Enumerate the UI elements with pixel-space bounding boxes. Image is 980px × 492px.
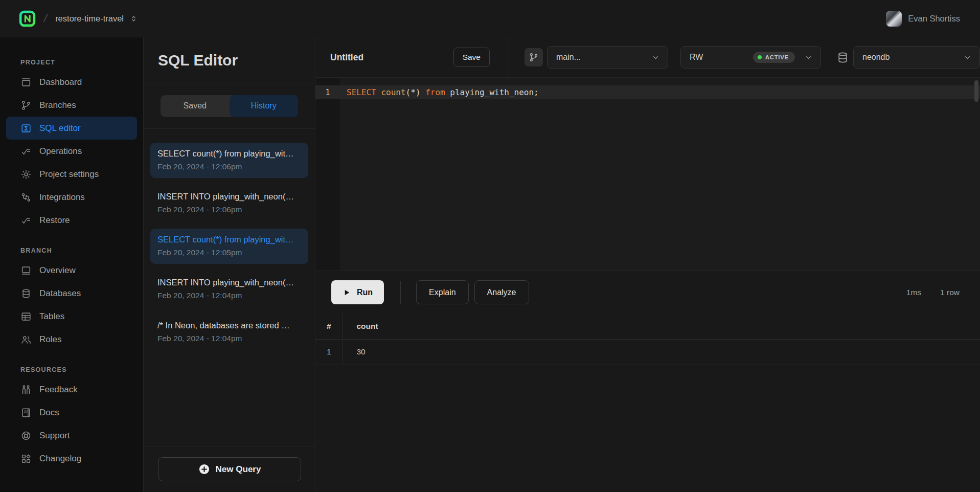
query-stats: 1ms 1 row (906, 288, 960, 297)
database-select-value: neondb (862, 53, 890, 62)
analyze-button[interactable]: Analyze (474, 280, 529, 304)
history-query-text: /* In Neon, databases are stored … (157, 321, 301, 330)
history-item[interactable]: SELECT count(*) from playing_wit…Feb 20,… (150, 143, 308, 178)
line-number-gutter (315, 78, 340, 271)
saved-history-segmented-control: Saved History (161, 95, 298, 117)
sidebar-section-label: RESOURCES (20, 366, 143, 373)
explain-button[interactable]: Explain (416, 280, 468, 304)
sidebar-item-docs[interactable]: Docs (6, 401, 137, 424)
chevron-down-icon (963, 53, 972, 62)
sidebar-item-label: Dashboard (39, 77, 82, 87)
restore-icon (20, 215, 32, 226)
sidebar-item-dashboard[interactable]: Dashboard (6, 71, 137, 94)
sidebar-item-databases[interactable]: Databases (6, 282, 137, 305)
branch-icon-button[interactable] (525, 48, 543, 66)
neon-logo-icon[interactable] (19, 10, 36, 27)
sidebar-item-integrations[interactable]: Integrations (6, 186, 137, 209)
operations-icon (20, 146, 32, 157)
query-row-count: 1 row (940, 288, 960, 297)
sidebar: PROJECTDashboardBranchesSQL editorOperat… (0, 37, 143, 492)
sidebar-item-project-settings[interactable]: Project settings (6, 163, 137, 186)
sidebar-item-roles[interactable]: Roles (6, 328, 137, 351)
sql-code-editor[interactable]: 1 SELECT count(*) from playing_with_neon… (315, 78, 980, 271)
sidebar-item-label: Project settings (39, 169, 99, 180)
sidebar-item-label: Feedback (39, 385, 78, 395)
play-icon (343, 288, 351, 297)
databases-icon (20, 288, 32, 299)
code-token: count (381, 87, 405, 97)
breadcrumb-separator: / (42, 12, 49, 25)
history-query-text: INSERT INTO playing_with_neon(… (157, 278, 301, 287)
sidebar-item-restore[interactable]: Restore (6, 209, 137, 232)
branches-icon (20, 100, 32, 111)
query-tab-section: Untitled Save (315, 37, 508, 77)
query-duration: 1ms (906, 288, 921, 297)
history-timestamp: Feb 20, 2024 - 12:05pm (157, 248, 301, 257)
status-badge: ACTIVE (753, 52, 795, 63)
history-timestamp: Feb 20, 2024 - 12:04pm (157, 334, 301, 343)
history-timestamp: Feb 20, 2024 - 12:06pm (157, 205, 301, 214)
tab-saved[interactable]: Saved (161, 95, 230, 117)
sidebar-item-label: Roles (39, 334, 61, 345)
sidebar-item-sql-editor[interactable]: SQL editor (6, 117, 137, 140)
editor-scrollbar[interactable] (974, 80, 978, 102)
branch-select[interactable]: main... (547, 46, 668, 69)
sidebar-item-branches[interactable]: Branches (6, 94, 137, 117)
history-item[interactable]: INSERT INTO playing_with_neon(…Feb 20, 2… (150, 186, 308, 221)
history-item[interactable]: /* In Neon, databases are stored …Feb 20… (150, 315, 308, 350)
sidebar-item-label: Docs (39, 408, 59, 418)
results-column-header: count (343, 314, 980, 339)
sidebar-item-overview[interactable]: Overview (6, 259, 137, 282)
feedback-icon (20, 384, 32, 395)
integrations-icon (20, 192, 32, 203)
new-query-button[interactable]: New Query (158, 457, 301, 481)
editor-area: Untitled Save main... RW (315, 37, 980, 492)
code-line-1: 1 SELECT count(*) from playing_with_neon… (315, 85, 980, 99)
code-token: (*) (406, 87, 421, 97)
sidebar-item-label: SQL editor (39, 123, 81, 133)
sidebar-item-operations[interactable]: Operations (6, 140, 137, 163)
save-button[interactable]: Save (453, 48, 490, 67)
code-token: from (425, 87, 445, 97)
topbar: / restore-time-travel Evan Shortiss (0, 0, 980, 37)
history-item[interactable]: INSERT INTO playing_with_neon(…Feb 20, 2… (150, 272, 308, 307)
code-token: SELECT (347, 87, 376, 97)
sidebar-item-support[interactable]: Support (6, 424, 137, 447)
overview-icon (20, 265, 32, 276)
sidebar-item-feedback[interactable]: Feedback (6, 378, 137, 401)
code-token (376, 87, 381, 97)
breadcrumb: / restore-time-travel (19, 10, 138, 27)
code-token (421, 87, 426, 97)
sidebar-item-label: Support (39, 431, 70, 441)
branch-select-value: main... (556, 53, 581, 62)
sidebar-item-label: Tables (39, 311, 64, 322)
history-query-text: SELECT count(*) from playing_wit… (157, 235, 301, 244)
code-token: playing_with_neon; (445, 87, 539, 97)
tab-history[interactable]: History (230, 95, 299, 117)
changelog-icon (20, 453, 32, 464)
sidebar-item-tables[interactable]: Tables (6, 305, 137, 328)
database-icon (836, 51, 849, 64)
project-selector[interactable]: restore-time-travel (55, 14, 138, 24)
sidebar-section-label: BRANCH (20, 247, 143, 254)
results-area: #count130 (315, 314, 980, 492)
history-timestamp: Feb 20, 2024 - 12:04pm (157, 291, 301, 300)
history-item[interactable]: SELECT count(*) from playing_wit…Feb 20,… (150, 229, 308, 264)
run-button[interactable]: Run (331, 280, 384, 304)
plus-circle-icon (198, 463, 210, 475)
support-icon (20, 430, 32, 441)
history-timestamp: Feb 20, 2024 - 12:06pm (157, 162, 301, 171)
code-text: SELECT count(*) from playing_with_neon; (340, 87, 539, 97)
database-select[interactable]: neondb (853, 46, 980, 69)
sidebar-section-label: PROJECT (20, 59, 143, 66)
results-column-header: # (315, 314, 343, 339)
sidebar-item-changelog[interactable]: Changelog (6, 447, 137, 470)
connection-controls: main... RW ACTIVE (508, 37, 980, 77)
project-name: restore-time-travel (55, 14, 124, 24)
compute-select[interactable]: RW ACTIVE (680, 46, 821, 69)
user-menu[interactable]: Evan Shortiss (886, 11, 960, 27)
dashboard-icon (20, 77, 32, 88)
history-query-text: SELECT count(*) from playing_wit… (157, 149, 301, 159)
avatar (886, 11, 902, 27)
settings-icon (20, 169, 32, 180)
